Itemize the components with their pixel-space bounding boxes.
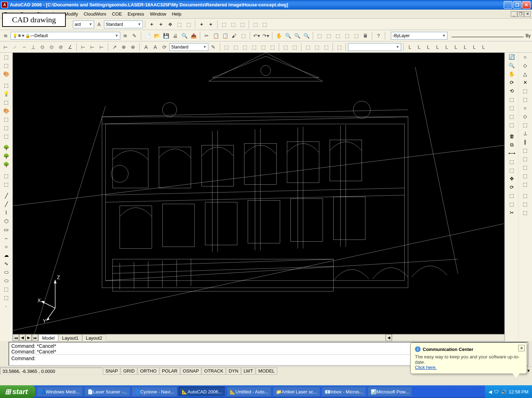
landscape-icon[interactable]: 🌳 — [2, 144, 10, 151]
tray-icon[interactable]: 🔊 — [501, 389, 507, 394]
point-icon[interactable]: · — [2, 302, 10, 310]
circle-icon[interactable]: ○ — [2, 243, 10, 250]
copy-icon[interactable]: 📋 — [212, 31, 220, 40]
menu-help[interactable]: Help — [169, 10, 184, 18]
paste-icon[interactable]: 📋 — [221, 31, 229, 40]
center-mark-icon[interactable]: ⊕ — [129, 43, 137, 51]
orbit-icon[interactable]: ⟳ — [508, 79, 516, 86]
dim-aligned-icon[interactable]: ⟋ — [11, 43, 19, 51]
dim-jogged-icon[interactable]: ⊙ — [47, 43, 56, 51]
pline-icon[interactable]: ⌇ — [2, 209, 10, 217]
tool-icon[interactable]: ⬚ — [229, 20, 237, 29]
tab-first[interactable]: ⏮ — [13, 334, 19, 341]
ucs-icon[interactable]: L — [470, 43, 479, 51]
cut-icon[interactable]: ✂ — [202, 31, 211, 40]
wedge-icon[interactable]: ⬚ — [259, 43, 267, 51]
menu-express[interactable]: Express — [125, 10, 147, 18]
zoom-icon[interactable]: 🔍 — [508, 62, 516, 69]
swivel-icon[interactable]: ⟲ — [508, 87, 516, 95]
material-icon[interactable]: ⬚ — [2, 98, 10, 106]
model-toggle[interactable]: MODEL — [256, 368, 277, 375]
dim-angular-icon[interactable]: ∠ — [66, 43, 74, 51]
dimstyle-icon[interactable]: ✎ — [209, 43, 218, 51]
dim-ordinate-icon[interactable]: ⊥ — [29, 43, 37, 51]
help-icon[interactable]: ? — [374, 31, 383, 40]
revolve-icon[interactable]: ⬚ — [290, 43, 299, 51]
popup-link[interactable]: Click here. — [415, 365, 436, 370]
tool-icon[interactable]: ✦ — [197, 20, 206, 29]
tool-icon[interactable]: ⬚ — [175, 20, 184, 29]
tab-next[interactable]: ▶ — [25, 334, 32, 341]
xline-icon[interactable]: ╱ — [2, 200, 10, 208]
close-button[interactable]: ✕ — [522, 1, 531, 9]
tool-icon[interactable]: ⬚ — [220, 20, 228, 29]
dim-baseline-icon[interactable]: ⊢ — [88, 43, 97, 51]
ucs-icon[interactable]: L — [461, 43, 469, 51]
dim-quick-icon[interactable]: ⊢ — [79, 43, 87, 51]
continuous-icon[interactable]: ⬚ — [508, 121, 516, 129]
spline-icon[interactable]: ∿ — [2, 260, 10, 267]
materials-lib-icon[interactable]: 🎨 — [2, 107, 10, 115]
scroll-left[interactable]: ◀ — [386, 334, 392, 341]
interfere-icon[interactable]: ⬚ — [322, 43, 330, 51]
slice-icon[interactable]: ⬚ — [303, 43, 312, 51]
join-icon[interactable]: ⬚ — [521, 209, 529, 217]
extrude-icon[interactable]: ⬚ — [281, 43, 290, 51]
design-center-icon[interactable]: ⬚ — [324, 31, 333, 40]
3dorbit-icon[interactable]: 🔄 — [508, 53, 516, 61]
ortho-toggle[interactable]: ORTHO — [138, 368, 159, 375]
trim-icon[interactable]: ✂ — [508, 209, 516, 217]
tool-palette-icon[interactable]: ⬚ — [334, 31, 342, 40]
drawing-viewport[interactable]: Z X Y — [13, 53, 504, 334]
layer-tool-icon[interactable]: ≋ — [121, 31, 129, 40]
revcloud-icon[interactable]: ☁ — [2, 251, 10, 259]
snap-end-icon[interactable]: ◇ — [521, 62, 529, 69]
mirror-icon[interactable]: ⟷ — [508, 149, 516, 157]
zoom-window-icon[interactable]: 🔍 — [293, 31, 301, 40]
ucs-icon[interactable]: L — [406, 43, 414, 51]
ellipse-arc-icon[interactable]: ⬭ — [2, 277, 10, 284]
new-icon[interactable]: 📄 — [143, 31, 152, 40]
undo-icon[interactable]: ↶▾ — [252, 31, 261, 40]
tool-icon[interactable]: ⬚ — [260, 20, 269, 29]
snap-cen-icon[interactable]: ○ — [521, 104, 529, 112]
snap-nod-icon[interactable]: ⬚ — [521, 155, 529, 163]
background-icon[interactable]: ⬚ — [2, 124, 10, 132]
render-icon[interactable]: 🎨 — [2, 70, 10, 78]
system-tray[interactable]: ◀ 🛡 🔊 12:58 PM — [485, 385, 532, 398]
layer-combo[interactable]: 💡❄☀🔒▫ ~Default▼ — [11, 32, 120, 40]
scene-icon[interactable]: ⬚ — [2, 81, 10, 89]
rotate-icon[interactable]: ⟳ — [508, 183, 516, 191]
dim-update-icon[interactable]: ⟳ — [160, 43, 169, 51]
torus-icon[interactable]: ⬚ — [268, 43, 277, 51]
tray-icon[interactable]: 🛡 — [494, 389, 499, 394]
combo-unknown[interactable]: ard▼ — [73, 21, 94, 28]
tab-layout1[interactable]: Layout1 — [58, 334, 82, 341]
tool-icon[interactable]: ✦ — [157, 20, 165, 29]
dimstyle-combo[interactable]: Standard▼ — [169, 43, 208, 51]
ucs-icon[interactable]: L — [479, 43, 488, 51]
find-combo[interactable]: ▼ — [348, 43, 401, 51]
snap-mid-icon[interactable]: △ — [521, 70, 529, 78]
fog-icon[interactable]: ⬚ — [2, 132, 10, 140]
dim-diameter-icon[interactable]: ⊘ — [57, 43, 65, 51]
move-icon[interactable]: ✥ — [508, 175, 516, 183]
style-icon[interactable]: A — [95, 20, 103, 29]
polygon-icon[interactable]: ⬡ — [2, 217, 10, 225]
sphere-icon[interactable]: ⬚ — [231, 43, 240, 51]
stretch-icon[interactable]: ⬚ — [508, 200, 516, 208]
snap-non-icon[interactable]: ⬚ — [521, 172, 529, 180]
erase-icon[interactable]: 🗑 — [508, 132, 516, 140]
layers-icon[interactable]: ≋ — [1, 31, 10, 40]
minimize-button[interactable]: _ — [504, 1, 512, 9]
setup-icon[interactable]: ⬚ — [335, 43, 343, 51]
snap-toggle[interactable]: SNAP — [103, 368, 120, 375]
tab-last[interactable]: ⏭ — [32, 334, 38, 341]
ucs-icon[interactable]: L — [433, 43, 442, 51]
shade-icon[interactable]: ⬚ — [2, 62, 10, 69]
snap-ins-icon[interactable]: ⬚ — [521, 146, 529, 154]
insert-icon[interactable]: ⬚ — [2, 285, 10, 293]
render-pref-icon[interactable]: ⬚ — [2, 172, 10, 180]
ucs-icon[interactable]: L — [415, 43, 423, 51]
menu-coe[interactable]: COE — [109, 10, 125, 18]
